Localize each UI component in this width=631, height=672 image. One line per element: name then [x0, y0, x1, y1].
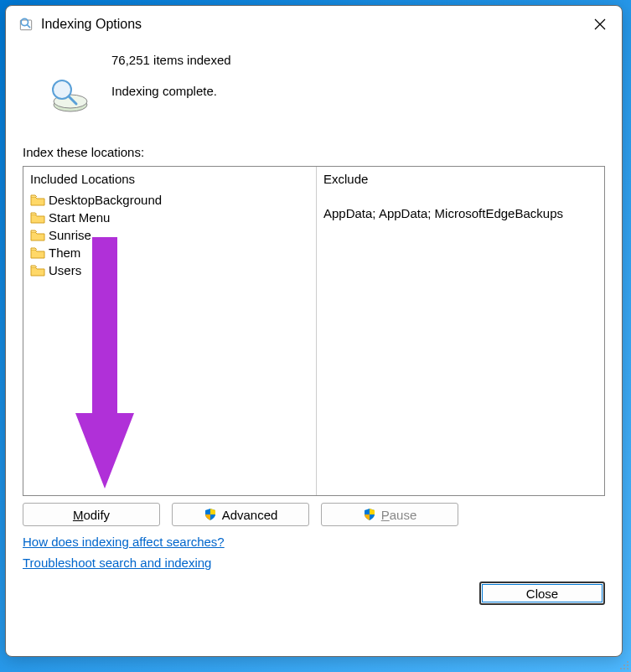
folder-icon — [30, 247, 45, 259]
folder-icon — [30, 194, 45, 206]
included-header[interactable]: Included Locations — [23, 167, 316, 191]
troubleshoot-link[interactable]: Troubleshoot search and indexing — [23, 556, 211, 570]
status-section: 76,251 items indexed Indexing complete. — [23, 48, 605, 115]
help-link[interactable]: How does indexing affect searches? — [23, 535, 225, 549]
pause-button: Pause — [321, 503, 458, 526]
indexing-state: Indexing complete. — [111, 84, 231, 98]
item-label: Users — [49, 263, 81, 277]
btn-label: Advanced — [222, 508, 278, 522]
list-item[interactable]: DesktopBackground — [23, 191, 316, 209]
item-label: Start Menu — [49, 210, 110, 225]
indexing-options-window: Indexing Options 76,251 items indexed In… — [5, 5, 623, 657]
folder-icon — [30, 212, 45, 224]
close-icon[interactable] — [588, 13, 612, 36]
index-drive-icon — [48, 73, 90, 115]
svg-point-11 — [627, 664, 628, 666]
svg-point-14 — [627, 668, 628, 669]
list-item[interactable]: Them — [23, 244, 316, 261]
resize-grip-icon[interactable] — [617, 658, 630, 671]
folder-icon — [30, 265, 45, 277]
search-page-icon — [18, 16, 34, 33]
folder-icon — [30, 230, 45, 241]
list-item[interactable]: Sunrise — [23, 226, 316, 244]
close-button[interactable]: Close — [479, 582, 605, 605]
window-title: Indexing Options — [41, 17, 142, 32]
svg-point-13 — [623, 668, 625, 669]
list-item[interactable]: Start Menu — [23, 209, 316, 226]
svg-point-9 — [627, 661, 628, 663]
btn-label: odify — [83, 508, 110, 522]
exclude-header[interactable]: Exclude — [317, 167, 604, 191]
svg-point-10 — [623, 664, 625, 666]
list-item[interactable]: Users — [23, 261, 316, 279]
advanced-button[interactable]: Advanced — [172, 503, 309, 526]
exclude-cell: AppData; AppData; MicrosoftEdgeBackups — [317, 204, 604, 222]
item-label: Them — [49, 246, 80, 260]
item-label: Sunrise — [49, 228, 91, 242]
shield-icon — [204, 508, 217, 521]
item-label: DesktopBackground — [49, 193, 162, 207]
locations-label: Index these locations: — [23, 145, 605, 159]
modify-button[interactable]: Modify — [23, 503, 160, 526]
svg-point-12 — [620, 668, 622, 669]
titlebar: Indexing Options — [6, 6, 622, 41]
items-indexed-count: 76,251 items indexed — [111, 53, 231, 67]
shield-icon — [363, 508, 376, 521]
locations-table: Included Locations DesktopBackground Sta… — [23, 166, 605, 496]
